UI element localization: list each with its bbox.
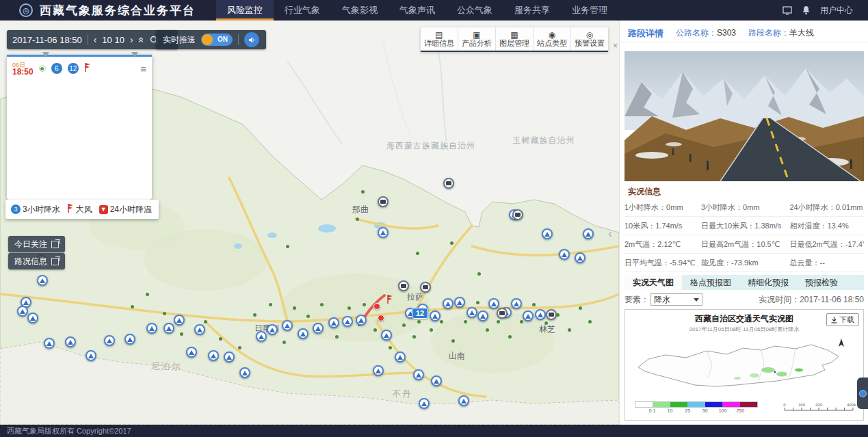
station-marker[interactable] xyxy=(373,365,384,376)
station-marker[interactable] xyxy=(583,228,594,239)
station-marker[interactable] xyxy=(282,320,293,331)
nav-item[interactable]: 气象声讯 xyxy=(389,0,446,21)
list-icon[interactable]: ≡ xyxy=(140,63,146,75)
station-marker[interactable] xyxy=(356,315,367,326)
station-marker[interactable] xyxy=(559,249,570,260)
toolbar-product-analysis[interactable]: ▣产品分析 xyxy=(458,27,496,51)
station-marker[interactable] xyxy=(17,306,28,317)
nav-item[interactable]: 服务共享 xyxy=(503,0,561,21)
station-marker[interactable] xyxy=(224,352,235,362)
map-wind-flag-icon[interactable] xyxy=(386,294,393,307)
station-marker[interactable] xyxy=(313,323,324,334)
station-marker[interactable] xyxy=(443,298,453,309)
green-dot xyxy=(464,320,467,323)
monitor-icon[interactable] xyxy=(782,5,792,15)
station-marker[interactable] xyxy=(458,395,469,406)
user-center-link[interactable]: 用户中心 xyxy=(820,5,853,16)
station-marker[interactable] xyxy=(395,352,406,362)
download-button[interactable]: 下载 xyxy=(826,313,859,326)
map-area[interactable]: 海西蒙古族藏族自治州玉树藏族自治州那曲拉萨日喀则山南林芝尼泊尔不丹 12 201… xyxy=(0,21,619,425)
step-prev-button[interactable]: ‹ xyxy=(94,34,97,45)
station-marker[interactable] xyxy=(256,331,267,342)
station-marker[interactable] xyxy=(194,324,205,335)
tab-精细化预报[interactable]: 精细化预报 xyxy=(739,275,797,290)
station-marker[interactable] xyxy=(381,330,392,341)
legend-item[interactable]: 33小时降水 xyxy=(11,204,60,215)
tab-实况天气图[interactable]: 实况天气图 xyxy=(624,275,682,290)
station-marker[interactable] xyxy=(431,375,442,386)
wind-flag-icon[interactable] xyxy=(84,62,91,75)
nav-item[interactable]: 公众气象 xyxy=(446,0,503,21)
station-marker[interactable] xyxy=(298,328,308,339)
station-marker[interactable] xyxy=(466,307,477,318)
station-marker[interactable] xyxy=(65,336,76,347)
station-marker[interactable] xyxy=(37,275,48,286)
map-badge-12[interactable]: 12 xyxy=(412,308,428,319)
alert-point[interactable] xyxy=(373,303,380,310)
camera-marker[interactable] xyxy=(512,209,523,220)
station-marker[interactable] xyxy=(104,335,115,346)
station-marker[interactable] xyxy=(44,338,55,349)
camera-marker[interactable] xyxy=(378,196,389,207)
station-marker[interactable] xyxy=(124,334,135,345)
station-marker[interactable] xyxy=(454,297,465,308)
station-marker[interactable] xyxy=(542,228,553,239)
station-marker[interactable] xyxy=(523,310,534,321)
station-marker[interactable] xyxy=(488,298,499,309)
legend-item[interactable]: ▼24小时降温 xyxy=(99,204,152,215)
station-marker[interactable] xyxy=(27,313,38,323)
quick-button-today-focus[interactable]: 今日关注 xyxy=(8,236,65,252)
station-marker[interactable] xyxy=(174,315,185,326)
step-next-button[interactable]: › xyxy=(130,34,133,45)
station-marker[interactable] xyxy=(511,298,522,309)
nav-item[interactable]: 气象影视 xyxy=(331,0,389,21)
toolbar-layer-manage[interactable]: ▦图层管理 xyxy=(496,27,534,51)
toolbar-details[interactable]: ▤详细信息 xyxy=(421,27,458,51)
station-marker[interactable] xyxy=(208,350,219,361)
station-marker[interactable] xyxy=(186,347,197,358)
tab-格点预报图[interactable]: 格点预报图 xyxy=(682,275,739,290)
badge-6h[interactable]: 6 xyxy=(51,63,62,74)
toolbar-site-type[interactable]: ◉站点类型 xyxy=(534,27,571,51)
station-marker[interactable] xyxy=(267,324,278,335)
bell-icon[interactable] xyxy=(802,5,811,15)
camera-marker[interactable] xyxy=(443,178,454,189)
timeline-track[interactable] xyxy=(7,55,152,57)
quick-button-road-info[interactable]: 路况信息 xyxy=(8,253,65,269)
station-marker[interactable] xyxy=(239,367,250,378)
contact-side-tab[interactable] xyxy=(857,378,868,409)
push-toggle[interactable]: ON xyxy=(201,34,233,46)
station-marker[interactable] xyxy=(535,309,546,320)
station-marker[interactable] xyxy=(378,227,389,238)
timeline-pin[interactable] xyxy=(42,52,49,57)
station-marker[interactable] xyxy=(477,310,488,321)
nav-item[interactable]: 行业气象 xyxy=(274,0,331,21)
toolbar-alert-settings[interactable]: ◎预警设置 xyxy=(571,27,608,51)
station-marker[interactable] xyxy=(413,369,424,380)
station-marker[interactable] xyxy=(419,398,430,409)
element-select[interactable]: 降水 xyxy=(650,293,702,306)
station-marker[interactable] xyxy=(342,316,353,327)
legend-close-icon[interactable]: × xyxy=(613,41,618,51)
station-marker[interactable] xyxy=(86,350,96,361)
station-marker[interactable] xyxy=(328,317,339,328)
station-marker[interactable] xyxy=(163,323,174,334)
camera-marker[interactable] xyxy=(398,280,409,291)
camera-marker[interactable] xyxy=(497,308,508,319)
collapse-up-button[interactable]: « xyxy=(135,37,147,42)
panel-collapse-handle[interactable]: ‹ xyxy=(605,220,616,248)
camera-marker[interactable] xyxy=(546,309,557,320)
timeline-pin[interactable] xyxy=(131,52,138,57)
tab-预报检验[interactable]: 预报检验 xyxy=(797,275,846,290)
badge-12h[interactable]: 12 xyxy=(68,63,79,74)
speaker-icon[interactable] xyxy=(244,32,259,47)
camera-marker[interactable] xyxy=(420,282,431,293)
datetime-display[interactable]: 2017-11-06 18:50 xyxy=(12,35,82,45)
station-marker[interactable] xyxy=(430,310,440,321)
alert-point[interactable] xyxy=(378,315,384,321)
nav-item[interactable]: 风险监控 xyxy=(216,0,274,21)
station-marker[interactable] xyxy=(146,323,157,334)
nav-item[interactable]: 业务管理 xyxy=(561,0,618,21)
legend-item[interactable]: 大风 xyxy=(67,203,92,215)
station-marker[interactable] xyxy=(575,252,586,263)
